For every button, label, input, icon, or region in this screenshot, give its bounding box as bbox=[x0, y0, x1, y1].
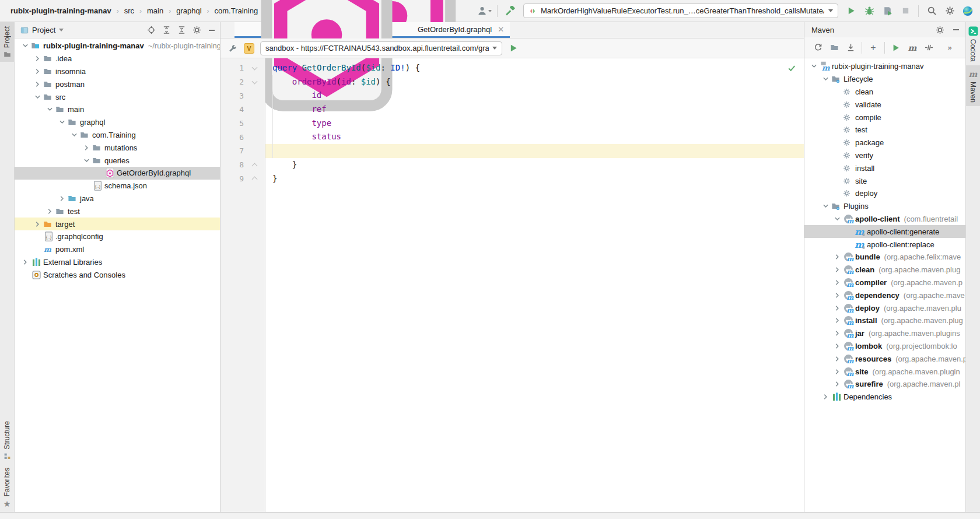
maven-tree-item-apollo-client-generate[interactable]: mapollo-client:generate bbox=[804, 225, 965, 238]
maven-tree-item-install[interactable]: install bbox=[804, 162, 965, 174]
code-editor[interactable]: 123456789 query GetOrderById($id: ID!) {… bbox=[220, 58, 804, 512]
fold-marker-icon[interactable] bbox=[244, 177, 265, 180]
project-tree-item-mutations[interactable]: mutations bbox=[15, 141, 220, 154]
maven-tree-item-plugins[interactable]: Plugins bbox=[804, 200, 965, 213]
chevron-expanded-icon[interactable] bbox=[20, 43, 30, 49]
plugin-sphere-icon[interactable] bbox=[963, 6, 973, 16]
chevron-collapsed-icon[interactable] bbox=[20, 259, 30, 265]
chevron-collapsed-icon[interactable] bbox=[45, 208, 55, 215]
build-hammer-button[interactable] bbox=[505, 6, 516, 16]
project-tree-item-queries[interactable]: queries bbox=[15, 154, 220, 167]
expand-all-button[interactable] bbox=[162, 26, 171, 35]
breadcrumb-item[interactable]: src bbox=[124, 6, 134, 15]
maven-tree-item-install[interactable]: minstall(org.apache.maven.plug bbox=[804, 314, 965, 327]
chevron-expanded-icon[interactable] bbox=[82, 157, 92, 164]
project-tree-item-rubix-plugin-training-manav[interactable]: rubix-plugin-training-manav~/rubix-plugi… bbox=[15, 40, 220, 52]
chevron-collapsed-icon[interactable] bbox=[33, 55, 43, 62]
maven-tree-item-deploy[interactable]: deploy bbox=[804, 187, 965, 200]
chevron-expanded-icon[interactable] bbox=[821, 203, 831, 209]
run-button[interactable] bbox=[846, 6, 856, 16]
maven-tree-item-site[interactable]: msite(org.apache.maven.plugin bbox=[804, 365, 965, 378]
more-actions-button[interactable]: » bbox=[944, 43, 955, 53]
project-tree-item-com-training[interactable]: com.Training bbox=[15, 129, 220, 142]
project-tree-item-graphql[interactable]: graphql bbox=[15, 116, 220, 129]
project-tree-item-src[interactable]: src bbox=[15, 90, 220, 103]
maven-tree-item-rubix-plugin-training-manav[interactable]: mrubix-plugin-training-manav bbox=[804, 60, 965, 73]
user-account-icon[interactable] bbox=[479, 6, 489, 16]
maven-tree-item-apollo-client-replace[interactable]: mapollo-client:replace bbox=[804, 238, 965, 251]
project-tree-item-postman[interactable]: postman bbox=[15, 78, 220, 90]
chevron-collapsed-icon[interactable] bbox=[832, 317, 842, 324]
tool-tab-project[interactable]: Project bbox=[0, 22, 15, 62]
project-tree-item-pom-xml[interactable]: mpom.xml bbox=[15, 243, 220, 256]
maven-tree-item-lombok[interactable]: mlombok(org.projectlombok:lo bbox=[804, 340, 965, 353]
maven-tree-item-deploy[interactable]: mdeploy(org.apache.maven.plu bbox=[804, 301, 965, 314]
chevron-collapsed-icon[interactable] bbox=[832, 292, 842, 299]
locate-file-button[interactable] bbox=[146, 26, 156, 35]
maven-tree-item-surefire[interactable]: msurefire(org.apache.maven.pl bbox=[804, 378, 965, 391]
maven-tree-item-package[interactable]: package bbox=[804, 136, 965, 149]
chevron-expanded-icon[interactable] bbox=[809, 63, 819, 69]
fold-marker-icon[interactable] bbox=[244, 81, 265, 83]
maven-tree-item-dependencies[interactable]: Dependencies bbox=[804, 391, 965, 404]
project-tree-item-insomnia[interactable]: insomnia bbox=[15, 65, 220, 78]
chevron-collapsed-icon[interactable] bbox=[832, 266, 842, 273]
chevron-expanded-icon[interactable] bbox=[57, 119, 67, 125]
run-maven-goal-button[interactable] bbox=[891, 43, 901, 53]
chevron-collapsed-icon[interactable] bbox=[821, 394, 831, 400]
code-content[interactable]: query GetOrderById($id: ID!) { orderById… bbox=[265, 58, 804, 512]
chevron-collapsed-icon[interactable] bbox=[57, 195, 67, 202]
maven-tree-item-compiler[interactable]: mcompiler(org.apache.maven.p bbox=[804, 276, 965, 289]
download-sources-button[interactable] bbox=[845, 43, 856, 53]
breadcrumb-item[interactable]: main bbox=[147, 6, 163, 15]
project-tree-item-target[interactable]: target bbox=[15, 218, 220, 230]
chevron-expanded-icon[interactable] bbox=[832, 216, 842, 222]
breadcrumb-item[interactable]: rubix-plugin-training-manav bbox=[10, 6, 111, 15]
project-tree-item-java[interactable]: java bbox=[15, 192, 220, 205]
maven-tree-item-site[interactable]: site bbox=[804, 174, 965, 187]
fold-marker-icon[interactable] bbox=[244, 67, 265, 69]
search-everywhere-button[interactable] bbox=[926, 6, 937, 16]
tool-tab-maven[interactable]: m Maven bbox=[966, 65, 980, 106]
project-settings-gear-button[interactable] bbox=[192, 26, 201, 35]
run-query-button[interactable] bbox=[508, 43, 519, 54]
maven-tree-item-resources[interactable]: mresources(org.apache.maven.p bbox=[804, 352, 965, 365]
project-tree-item-getorderbyid-graphql[interactable]: GetOrderById.graphql bbox=[15, 167, 220, 180]
hide-maven-panel-button[interactable] bbox=[951, 25, 961, 34]
run-with-coverage-button[interactable] bbox=[882, 6, 892, 16]
graphql-endpoint-select[interactable]: sandbox - https://FCTRAINAU543.sandbox.a… bbox=[260, 41, 502, 55]
maven-tree-item-clean[interactable]: clean bbox=[804, 86, 965, 99]
maven-settings-gear-button[interactable] bbox=[935, 25, 944, 34]
graphql-variables-badge[interactable]: V bbox=[244, 43, 254, 54]
chevron-expanded-icon[interactable] bbox=[45, 106, 55, 113]
chevron-collapsed-icon[interactable] bbox=[33, 81, 43, 87]
collapse-all-button[interactable] bbox=[177, 26, 186, 35]
maven-tree-item-lifecycle[interactable]: Lifecycle bbox=[804, 73, 965, 86]
chevron-collapsed-icon[interactable] bbox=[832, 369, 842, 375]
debug-button[interactable] bbox=[864, 6, 874, 16]
reload-maven-projects-button[interactable] bbox=[813, 43, 823, 53]
project-tree-item-external-libraries[interactable]: External Libraries bbox=[15, 256, 220, 269]
maven-tree-item-bundle[interactable]: mbundle(org.apache.felix:mave bbox=[804, 251, 965, 264]
chevron-collapsed-icon[interactable] bbox=[832, 356, 842, 362]
project-tree-item-test[interactable]: test bbox=[15, 205, 220, 218]
chevron-expanded-icon[interactable] bbox=[821, 76, 831, 82]
settings-gear-button[interactable] bbox=[944, 6, 955, 16]
project-tree-item-idea[interactable]: .idea bbox=[15, 52, 220, 65]
close-tab-icon[interactable]: ✕ bbox=[498, 25, 504, 34]
chevron-collapsed-icon[interactable] bbox=[832, 305, 842, 311]
run-configuration-select[interactable]: MarkOrderHighValueRuleExecutorTest.run_…… bbox=[523, 3, 838, 18]
breadcrumb-item[interactable]: graphql bbox=[176, 6, 201, 15]
graphql-config-wrench-button[interactable] bbox=[228, 43, 238, 54]
project-tree-item-schema-json[interactable]: {..}schema.json bbox=[15, 180, 220, 192]
chevron-collapsed-icon[interactable] bbox=[82, 145, 92, 151]
project-tree-item-scratches-and-consoles[interactable]: Scratches and Consoles bbox=[15, 268, 220, 281]
maven-tree-item-jar[interactable]: mjar(org.apache.maven.plugins bbox=[804, 327, 965, 340]
add-maven-project-button[interactable]: + bbox=[868, 43, 878, 53]
chevron-collapsed-icon[interactable] bbox=[832, 279, 842, 286]
maven-tree-item-validate[interactable]: validate bbox=[804, 98, 965, 111]
project-tree-item-main[interactable]: main bbox=[15, 103, 220, 116]
execute-maven-goal-button[interactable]: m bbox=[907, 43, 918, 53]
maven-tree-item-verify[interactable]: verify bbox=[804, 149, 965, 162]
tool-tab-codota[interactable]: Codota bbox=[966, 22, 980, 65]
